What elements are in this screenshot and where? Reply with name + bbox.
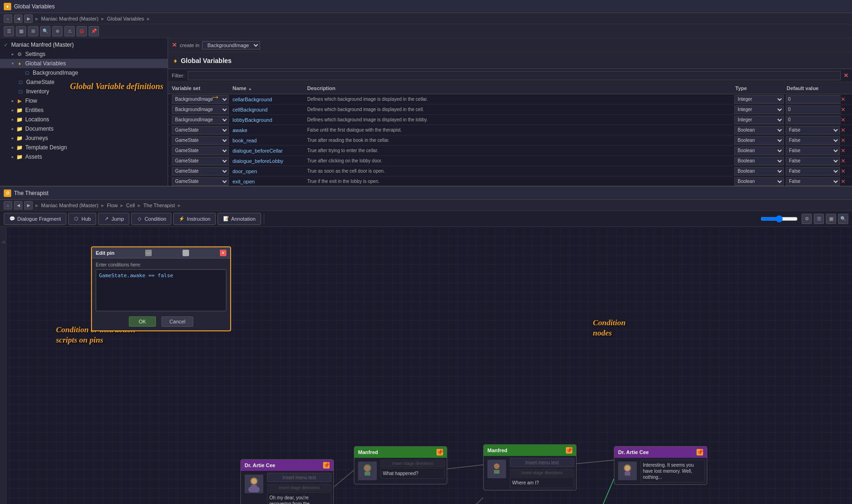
where-am-i-menu-text[interactable]: Insert menu text (510, 458, 574, 467)
zoom-slider[interactable] (760, 215, 798, 223)
breadcrumb-master[interactable]: Maniac Manfred (Master) (41, 16, 99, 21)
sidebar-item-game-state[interactable]: □ GameState (0, 77, 168, 87)
table-row[interactable]: BackgroundImagecellBackgroundDefines whi… (168, 105, 852, 115)
nav-home-btn[interactable]: ⌂ (4, 14, 12, 23)
bottom-breadcrumb-master[interactable]: Maniac Manfred (Master) (41, 203, 99, 208)
dialog-ok-btn[interactable]: OK (129, 316, 156, 327)
view-grid-btn[interactable]: ▦ (826, 214, 836, 224)
sidebar-item-template-design[interactable]: ▸ 📁 Template Design (0, 143, 168, 152)
toolbar-list-btn[interactable]: ☰ (4, 26, 14, 36)
node-where-am-i[interactable]: Manfred 📌 Insert menu text Insert stage … (483, 444, 577, 490)
toolbar-search-btn[interactable]: 🔍 (40, 26, 50, 36)
filter-input[interactable] (188, 71, 841, 80)
row-delete-btn[interactable]: ✕ (841, 127, 850, 133)
dialog-close-btn[interactable]: ✕ (220, 250, 226, 256)
dialog-cancel-btn[interactable]: Cancel (162, 316, 193, 327)
breadcrumb-gv[interactable]: Global Variables (107, 16, 144, 21)
canvas-area[interactable]: Edit pin — □ ✕ Enter conditions here: Ga… (0, 227, 852, 504)
toolbar-zoom-btn[interactable]: ⊕ (52, 26, 63, 36)
manfred-1-dialogue: What happened? (380, 468, 445, 479)
sidebar-item-global-variables[interactable]: ▾ ♦ Global Variables (0, 59, 168, 68)
toolbar-bug-btn[interactable]: 🐞 (77, 26, 87, 36)
sidebar-item-project-root[interactable]: ✓ Maniac Manfred (Master) (0, 40, 168, 49)
locations-label: Locations (25, 116, 49, 123)
view-zoom-btn[interactable]: 🔍 (838, 214, 848, 224)
sidebar-item-inventory[interactable]: □ Inventory (0, 87, 168, 96)
tool-jump-btn[interactable]: ↗ Jump (98, 213, 129, 225)
toolbar-grid-btn[interactable]: ▦ (16, 26, 26, 36)
table-row[interactable]: GameStatedoor_openTrue as soon as the ce… (168, 166, 852, 176)
row-delete-btn[interactable]: ✕ (841, 106, 850, 113)
toolbar-warn-btn[interactable]: ⚠ (64, 26, 75, 36)
table-row[interactable]: GameStateexit_openTrue if the exit in th… (168, 176, 852, 186)
row-delete-btn[interactable]: ✕ (841, 96, 850, 103)
bottom-breadcrumb-flow[interactable]: Flow (107, 203, 118, 208)
artie-cee-1-menu-text[interactable]: Insert menu text (267, 473, 331, 482)
nav-back-btn[interactable]: ◀ (14, 14, 22, 23)
dialog-code-input[interactable]: GameState.awake == false (96, 269, 226, 311)
node-artie-cee-1-body: Insert menu text Insert stage directions… (241, 471, 333, 504)
sidebar-item-documents[interactable]: ▸ 📁 Documents (0, 124, 168, 133)
row-delete-btn[interactable]: ✕ (841, 117, 850, 123)
row-delete-btn[interactable]: ✕ (841, 137, 850, 144)
tool-dialogue-fragment-btn[interactable]: 💬 Dialogue Fragment (4, 213, 66, 225)
tool-annotation-btn[interactable]: 📝 Annotation (218, 213, 261, 225)
node-artie-cee-3-body: Interesting. It seems you have lost memo… (614, 458, 707, 484)
row-delete-btn[interactable]: ✕ (841, 158, 850, 164)
node-artie-cee-3[interactable]: Dr. Artie Cee 📌 Interesting. It seems yo… (614, 446, 707, 485)
sidebar-item-journeys[interactable]: ▸ 📁 Journeys (0, 133, 168, 143)
sidebar-item-settings[interactable]: ▸ ⚙ Settings (0, 49, 168, 59)
table-row[interactable]: GameStateawakeFalse until the first dial… (168, 125, 852, 135)
node-artie-cee-1[interactable]: Dr. Artie Cee 📌 Insert menu text Insert … (240, 459, 334, 504)
top-nav-bar: ⌂ ◀ ▶ ▸ Maniac Manfred (Master) ▸ Global… (0, 13, 852, 24)
tool-instruction-btn[interactable]: ⚡ Instruction (173, 213, 216, 225)
bottom-breadcrumb-cell[interactable]: Cell (126, 203, 135, 208)
node-manfred-1[interactable]: Manfred 📌 Insert stage directions What h… (354, 446, 447, 484)
node-artie-cee-1-pin[interactable]: 📌 (323, 462, 330, 469)
sidebar-item-entities[interactable]: ▸ 📁 Entities (0, 105, 168, 115)
bottom-nav-bar: ⌂ ◀ ▶ ▸ Maniac Manfred (Master) ▸ Flow ▸… (0, 200, 852, 211)
node-where-am-i-pin[interactable]: 📌 (566, 447, 572, 454)
bottom-breadcrumb-therapist[interactable]: The Therapist (143, 203, 175, 208)
artie-cee-1-stage: Insert stage directions (267, 484, 331, 491)
node-manfred-1-pin[interactable]: 📌 (437, 449, 443, 455)
gv-panel: ♦ Global Variables Filter: ✕ Variable se… (168, 52, 852, 186)
row-delete-btn[interactable]: ✕ (841, 168, 850, 175)
sidebar-item-flow[interactable]: ▸ ▶ Flow (0, 96, 168, 105)
col-header-varset: Variable set (170, 85, 231, 91)
create-in-select[interactable]: BackgroundImage (202, 41, 260, 49)
toolbar-pin-btn[interactable]: 📌 (89, 26, 99, 36)
node-manfred-1-body: Insert stage directions What happened? (354, 458, 447, 484)
create-x-icon[interactable]: ✕ (172, 42, 177, 49)
template-arrow-icon: ▸ (9, 144, 16, 151)
sidebar-item-bg-image[interactable]: □ BackgroundImage (0, 68, 168, 77)
row-delete-btn[interactable]: ✕ (841, 147, 850, 154)
tool-hub-btn[interactable]: ⬡ Hub (68, 213, 96, 225)
node-artie-cee-3-pin[interactable]: 📌 (697, 449, 703, 455)
gv-header: ♦ Global Variables (168, 52, 852, 69)
sidebar-item-assets[interactable]: ▸ 📁 Assets (0, 152, 168, 161)
svg-rect-12 (251, 485, 257, 489)
dialog-maximize-btn[interactable]: □ (183, 250, 189, 256)
filter-clear-btn[interactable]: ✕ (844, 72, 848, 79)
toolbar-split-btn[interactable]: ⊞ (28, 26, 38, 36)
annotation-icon: 📝 (223, 216, 229, 222)
sidebar-item-locations[interactable]: ▸ 📁 Locations (0, 115, 168, 124)
gv-title-icon: ♦ (174, 57, 177, 64)
top-panel: ♦ Global Variables ⌂ ◀ ▶ ▸ Maniac Manfre… (0, 0, 852, 187)
table-row[interactable]: GameStatedialogue_beforeCellarTrue after… (168, 146, 852, 156)
view-settings-btn[interactable]: ⚙ (802, 214, 812, 224)
row-delete-btn[interactable]: ✕ (841, 178, 850, 185)
dialog-minimize-btn[interactable]: — (145, 250, 152, 256)
table-row[interactable]: GameStatedialogue_beforeLobbyTrue after … (168, 156, 852, 166)
table-row[interactable]: BackgroundImagecellarBackgroundDefines w… (168, 94, 852, 105)
bottom-nav-home-btn[interactable]: ⌂ (4, 201, 12, 210)
bottom-nav-back-btn[interactable]: ◀ (14, 201, 22, 210)
view-list-btn[interactable]: ☰ (814, 214, 824, 224)
table-row[interactable]: BackgroundImagelobbyBackgroundDefines wh… (168, 115, 852, 125)
nav-forward-btn[interactable]: ▶ (24, 14, 33, 23)
tool-condition-btn[interactable]: ◇ Condition (131, 213, 171, 225)
node-manfred-1-header: Manfred 📌 (354, 447, 447, 458)
bottom-nav-forward-btn[interactable]: ▶ (24, 201, 33, 210)
table-row[interactable]: GameStatebook_readTrue after reading the… (168, 135, 852, 146)
